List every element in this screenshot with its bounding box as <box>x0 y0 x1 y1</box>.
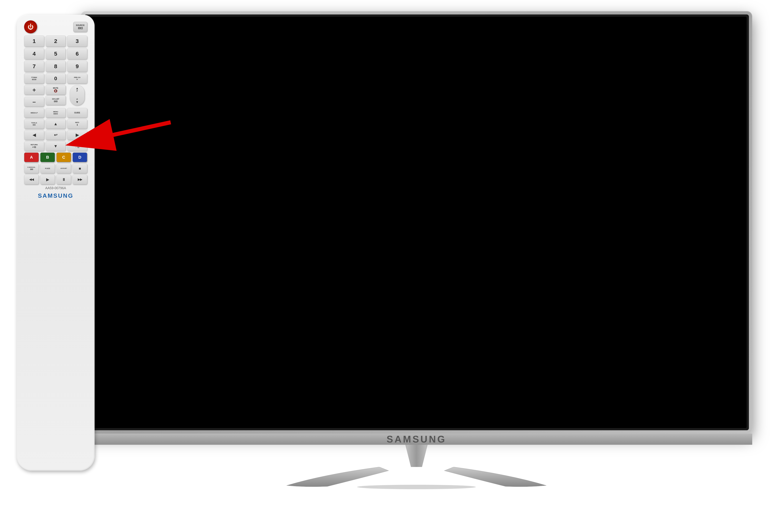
num-7-button[interactable]: 7 <box>24 61 44 72</box>
rewind-button[interactable]: ◀◀ <box>24 175 39 184</box>
scene: SAMSUNG <box>0 0 773 532</box>
num-8-button[interactable]: 8 <box>46 61 66 72</box>
svg-point-0 <box>357 485 476 489</box>
num-6-button[interactable]: 6 <box>67 48 87 59</box>
color-c-button[interactable]: C <box>56 153 71 162</box>
volume-block: + – <box>24 85 44 107</box>
special-row: TTI/MIX ⊟⊡⊟ 0 PRE-CH ⟳ <box>22 73 89 84</box>
source-button[interactable]: SOURCE ⊟⊡ <box>73 22 87 32</box>
center-button[interactable]: ↩ <box>46 130 66 140</box>
volume-down-button[interactable]: – <box>24 97 44 107</box>
tv-frame <box>81 11 752 434</box>
left-button[interactable]: ◀ <box>24 130 44 140</box>
color-b-button[interactable]: B <box>40 153 55 162</box>
up-button[interactable]: ▲ <box>46 119 66 129</box>
emenu-button[interactable]: E-MANUAL ⊟⊟ <box>24 164 39 173</box>
info-button[interactable]: INFO ℹ <box>67 119 87 129</box>
number-grid: 1 2 3 4 5 6 7 8 9 <box>22 36 89 72</box>
rde-row: RETURN ↩⊟ ▼ EXIT ←⊡ <box>22 141 89 151</box>
volume-up-button[interactable]: + <box>24 85 44 95</box>
color-d-button[interactable]: D <box>72 153 87 162</box>
color-a-button[interactable]: A <box>24 153 39 162</box>
tv-inner-frame <box>84 14 749 430</box>
power-button[interactable] <box>24 20 37 33</box>
num-2-button[interactable]: 2 <box>46 36 66 47</box>
color-row: A B C D <box>22 153 89 162</box>
tv-screen <box>86 17 747 428</box>
guide-button[interactable]: GUIDE <box>67 108 87 118</box>
nav-cross: ◀ ↩ ▶ <box>22 130 89 140</box>
tv-brand-label: SAMSUNG <box>387 434 446 445</box>
tui-row: TOOLS ⊟⊟ ▲ INFO ℹ <box>22 119 89 129</box>
num-3-button[interactable]: 3 <box>67 36 87 47</box>
remote-model-number: AA59-00796A <box>45 186 66 190</box>
menu-button[interactable]: MENU ⊟⊟⊡ <box>46 108 66 118</box>
mediap-button[interactable]: MEDIA.P <box>24 108 44 118</box>
play-button[interactable]: ▶ <box>40 175 55 184</box>
tools-button[interactable]: TOOLS ⊟⊟ <box>24 119 44 129</box>
ch-nav-block: ▲ P P ▼ <box>67 85 87 107</box>
prech-button[interactable]: PRE-CH ⟳ <box>67 73 87 84</box>
remote-top-row: SOURCE ⊟⊡ <box>22 20 89 33</box>
tv-container: SAMSUNG <box>78 11 755 521</box>
tv-stand-neck <box>398 445 435 467</box>
num-1-button[interactable]: 1 <box>24 36 44 47</box>
return-button[interactable]: RETURN ↩⊟ <box>24 141 44 151</box>
vol-ch-section: + – MUTE 🔇 CH LIST ⊟⊟ <box>22 85 89 107</box>
ff-button[interactable]: ▶▶ <box>72 175 87 184</box>
play-row: ◀◀ ▶ ⏸ ▶▶ <box>22 175 89 184</box>
remote-container: SOURCE ⊟⊡ 1 2 3 4 5 6 7 8 9 TTI/MIX <box>15 15 96 478</box>
num-5-button[interactable]: 5 <box>46 48 66 59</box>
chlist-button[interactable]: CH LIST ⊟⊟ <box>46 95 66 105</box>
num-0-button[interactable]: 0 <box>46 73 66 84</box>
pause-button[interactable]: ⏸ <box>56 175 71 184</box>
num-4-button[interactable]: 4 <box>24 48 44 59</box>
func-row: E-MANUAL ⊟⊟ P.SIZE AD/SUBT ■ <box>22 164 89 173</box>
tv-stand-base <box>268 467 565 489</box>
mute-button[interactable]: MUTE 🔇 <box>46 85 66 95</box>
tti-button[interactable]: TTI/MIX ⊟⊡⊟ <box>24 73 44 84</box>
remote-body: SOURCE ⊟⊡ 1 2 3 4 5 6 7 8 9 TTI/MIX <box>17 15 95 471</box>
mute-ch-block: MUTE 🔇 CH LIST ⊟⊟ <box>46 85 66 107</box>
stop-button[interactable]: ■ <box>72 164 87 173</box>
ch-nav[interactable]: ▲ P P ▼ <box>70 85 85 105</box>
mmg-row: MEDIA.P MENU ⊟⊟⊡ GUIDE <box>22 108 89 118</box>
tv-brand-bar: SAMSUNG <box>81 434 752 445</box>
adsubt-button[interactable]: AD/SUBT <box>56 164 71 173</box>
exit-button[interactable]: EXIT ←⊡ <box>67 141 87 151</box>
num-9-button[interactable]: 9 <box>67 61 87 72</box>
down-button[interactable]: ▼ <box>46 141 66 151</box>
psize-button[interactable]: P.SIZE <box>40 164 55 173</box>
remote-brand-label: SAMSUNG <box>38 192 73 199</box>
right-button[interactable]: ▶ <box>67 130 87 140</box>
